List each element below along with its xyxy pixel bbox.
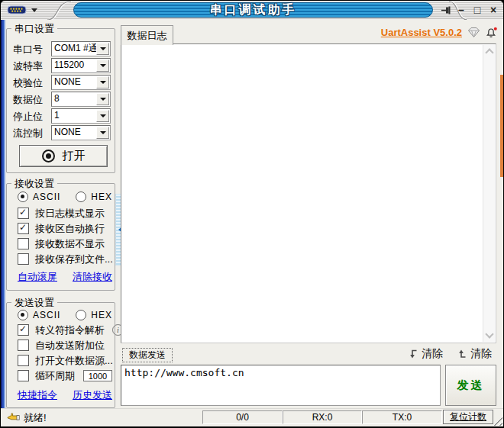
scroll-down-icon[interactable] [485, 330, 493, 338]
checkbox[interactable] [18, 340, 29, 351]
serial-port-icon [7, 5, 27, 15]
checkbox[interactable] [18, 223, 29, 234]
window-title-area: 串口调试助手 [73, 2, 433, 18]
receive-settings-group: 接收设置 ASCII HEX 按日志模式显示 接收区自动换行 接收数据不显示 [6, 183, 115, 291]
radio-hex[interactable] [76, 191, 86, 202]
maximize-button[interactable]: □ [472, 3, 483, 17]
clear-receive-link[interactable]: 清除接收 [73, 270, 112, 284]
system-menu[interactable] [7, 5, 37, 15]
serial-settings-group: 串口设置 串口号 COM1 #通信 波特率 115200 校验位 NONE [6, 28, 115, 173]
reset-count-button[interactable]: 复位计数 [443, 410, 493, 424]
tab-data-log[interactable]: 数据日志 [121, 25, 173, 45]
serial-field-row: 串口号 COM1 #通信 [13, 41, 111, 55]
radio-ascii-label[interactable]: ASCII [33, 310, 60, 320]
status-text: 就绪! [24, 409, 47, 426]
dropdown-arrow-icon[interactable] [96, 93, 109, 105]
radio-ascii[interactable] [18, 191, 28, 202]
dropdown-arrow-icon[interactable] [96, 127, 109, 139]
field-label: 串口号 [13, 43, 43, 56]
pointing-hand-icon [7, 412, 21, 423]
version-link[interactable]: UartAssist V5.0.2 [381, 27, 462, 38]
clear-send-button[interactable]: 清除 [470, 347, 492, 361]
resize-grip[interactable] [493, 417, 502, 426]
dropdown-arrow-icon[interactable] [96, 60, 109, 72]
checkbox-auto-wrap[interactable]: 接收区自动换行 [18, 223, 105, 234]
checkbox-hide-received[interactable]: 接收数据不显示 [18, 238, 105, 249]
combo-value: 115200 [54, 60, 98, 71]
group-title: 接收设置 [11, 177, 57, 191]
dropdown-arrow-icon[interactable] [96, 76, 109, 88]
combo-stopbits[interactable]: 1 [51, 108, 111, 124]
combo-port[interactable]: COM1 #通信 [51, 41, 111, 56]
checkbox[interactable] [18, 355, 29, 366]
combo-value: NONE [54, 127, 98, 138]
checkbox[interactable] [18, 370, 29, 381]
send-data-input[interactable]: http://www.cmsoft.cn [121, 365, 441, 406]
checkbox-file-source[interactable]: 打开文件数据源... [18, 355, 113, 366]
dropdown-arrow-icon[interactable] [96, 43, 109, 55]
window-title: 串口调试助手 [210, 2, 297, 18]
checkbox[interactable] [18, 238, 29, 249]
open-port-button[interactable]: 打开 [19, 145, 108, 167]
checkbox[interactable] [18, 324, 29, 336]
checkbox[interactable] [18, 253, 29, 265]
combo-flowcontrol[interactable]: NONE [51, 125, 111, 140]
send-settings-group: 发送设置 ASCII HEX 转义符指令解析 i 自动发送附加位 打开文件数据源… [6, 302, 115, 408]
serial-field-row: 流控制 NONE [13, 125, 111, 139]
count-panel: 0/0 [202, 410, 283, 424]
checkbox[interactable] [18, 208, 29, 219]
field-label: 停止位 [13, 110, 43, 124]
checkbox-log-mode[interactable]: 按日志模式显示 [18, 208, 105, 219]
combo-value: 8 [54, 93, 98, 105]
minimize-button[interactable]: – [456, 3, 467, 17]
clear-send-arrow-icon[interactable] [457, 349, 467, 359]
radio-hex-label[interactable]: HEX [91, 191, 112, 202]
history-send-link[interactable]: 历史发送 [73, 388, 112, 402]
window-body: 串口设置 串口号 COM1 #通信 波特率 115200 校验位 NONE [1, 20, 503, 426]
serial-field-row: 校验位 NONE [13, 75, 111, 88]
pin-icon[interactable] [441, 5, 453, 16]
radio-ascii[interactable] [18, 310, 28, 320]
auto-scroll-link[interactable]: 自动滚屏 [18, 270, 57, 284]
combo-baudrate[interactable]: 115200 [51, 58, 111, 73]
shortcut-commands-link[interactable]: 快捷指令 [18, 388, 57, 402]
serial-field-row: 停止位 1 [13, 108, 111, 122]
close-button[interactable]: × [488, 3, 499, 17]
send-button[interactable]: 发送 [445, 365, 496, 406]
tab-data-send[interactable]: 数据发送 [122, 348, 173, 362]
radio-ascii-label[interactable]: ASCII [33, 191, 60, 202]
port-status-icon [42, 150, 55, 163]
radio-hex[interactable] [76, 310, 86, 320]
checkbox-auto-append[interactable]: 自动发送附加位 [18, 340, 105, 351]
combo-value: COM1 #通信 [54, 43, 98, 54]
notification-bell-icon[interactable] [486, 27, 498, 38]
checkbox-save-to-file[interactable]: 接收保存到文件... [18, 253, 113, 265]
titlebar-curve-left [44, 1, 75, 20]
log-area[interactable] [121, 43, 496, 343]
radio-hex-label[interactable]: HEX [91, 310, 112, 320]
titlebar[interactable]: 串口调试助手 – □ × [1, 1, 503, 21]
open-button-label: 打开 [63, 149, 86, 163]
combo-databits[interactable]: 8 [51, 92, 111, 107]
chevron-down-icon [31, 8, 37, 15]
tx-panel: TX:0 [362, 410, 442, 424]
log-scrollbar[interactable] [483, 45, 495, 342]
checkbox-cycle-send[interactable]: 循环周期 ms [18, 370, 132, 381]
status-bar: 就绪! 0/0 RX:0 TX:0 复位计数 [1, 409, 503, 426]
tab-label: 数据日志 [128, 29, 167, 43]
combo-parity[interactable]: NONE [51, 75, 111, 90]
field-label: 流控制 [13, 127, 43, 140]
tab-label: 数据发送 [129, 349, 166, 362]
group-title: 发送设置 [11, 296, 57, 310]
dropdown-arrow-icon[interactable] [96, 110, 109, 122]
edge-indicator-strip [500, 75, 503, 177]
cycle-period-input[interactable] [83, 370, 112, 381]
combo-value: NONE [54, 76, 98, 88]
gem-icon[interactable] [467, 27, 480, 38]
clear-receive-arrow-icon[interactable] [408, 349, 418, 359]
checkbox-escape-parse[interactable]: 转义符指令解析 i [18, 324, 124, 336]
field-label: 校验位 [13, 76, 43, 90]
app-window: 串口调试助手 – □ × 串口设置 串口号 COM1 #通信 [0, 0, 504, 428]
clear-receive-button[interactable]: 清除 [422, 347, 443, 361]
scroll-up-icon[interactable] [485, 48, 493, 56]
